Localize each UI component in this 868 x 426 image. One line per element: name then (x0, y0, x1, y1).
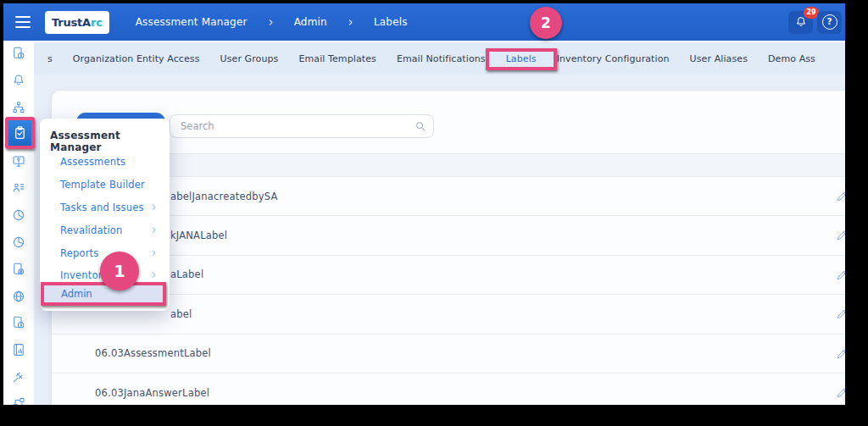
edit-pencil-icon[interactable] (836, 229, 845, 241)
edit-pencil-icon[interactable] (836, 386, 845, 399)
annotation-step-2-badge: 2 (530, 7, 562, 39)
table-row[interactable]: aLabel (52, 256, 845, 295)
tab-email-templates[interactable]: Email Templates (298, 53, 376, 64)
menu-item-admin-highlighted[interactable]: Admin (41, 282, 166, 306)
screen-user-icon[interactable] (11, 154, 26, 169)
clipboard-check-icon (12, 125, 28, 141)
app-window: TrustArc Assessment Manager Admin Labels… (3, 3, 845, 405)
globe-icon[interactable] (11, 289, 26, 304)
table-header-row (52, 153, 845, 177)
submenu-chevron-icon (150, 249, 158, 257)
logo-text-primary: TrustA (52, 16, 91, 29)
edit-pencil-icon[interactable] (836, 307, 845, 320)
tab-truncated[interactable]: s (47, 53, 53, 64)
trustarc-logo[interactable]: TrustArc (45, 11, 109, 34)
file-clock-icon[interactable] (11, 46, 26, 61)
submenu-chevron-icon (150, 203, 158, 211)
labels-card: abelJanacreatedbySA kJANALabel aLabel ab… (52, 91, 845, 405)
tab-organization-entity-access[interactable]: Organization Entity Access (73, 53, 200, 64)
user-directory-icon[interactable] (11, 180, 26, 196)
table-row[interactable]: 06.03AssessmentLabel (52, 335, 845, 373)
sidebar-item-assessment-manager-active[interactable] (5, 117, 35, 149)
label-name: 06.03AssessmentLabel (95, 347, 211, 359)
logo-text-accent: rc (91, 16, 103, 29)
breadcrumb: Assessment Manager Admin Labels (136, 16, 408, 28)
breadcrumb-assessment-manager[interactable]: Assessment Manager (136, 16, 248, 28)
admin-tab-bar: s Organization Entity Access User Groups… (34, 42, 845, 75)
chevron-right-icon (347, 19, 354, 26)
menu-item-label: Reports (60, 247, 99, 259)
submenu-chevron-icon (150, 226, 158, 234)
breadcrumb-admin[interactable]: Admin (294, 16, 327, 28)
tab-demo-assessments[interactable]: Demo Ass (768, 53, 815, 64)
submenu-chevron-icon (150, 271, 158, 279)
label-name: kJANALabel (170, 230, 227, 241)
label-name: abelJanacreatedbySA (170, 191, 277, 202)
edit-pencil-icon[interactable] (836, 190, 845, 202)
gavel-icon[interactable] (11, 369, 26, 385)
table-row[interactable]: kJANALabel (52, 216, 845, 255)
menu-item-tasks-and-issues[interactable]: Tasks and Issues (40, 196, 170, 219)
label-name: aLabel (170, 268, 203, 280)
search-input[interactable] (170, 114, 434, 138)
menu-item-assessments[interactable]: Assessments (40, 150, 170, 173)
pie-chart-icon[interactable] (11, 207, 26, 223)
tab-labels[interactable]: Labels (506, 53, 537, 64)
tab-user-aliases[interactable]: User Aliases (690, 53, 748, 64)
table-row[interactable]: abelJanacreatedbySA (52, 177, 845, 216)
table-row[interactable]: abel (52, 295, 845, 334)
menu-item-label: Admin (61, 288, 92, 300)
question-mark-icon: ? (822, 14, 837, 30)
help-button[interactable]: ? (817, 11, 842, 34)
menu-item-template-builder[interactable]: Template Builder (40, 173, 170, 196)
chevron-right-icon (267, 19, 275, 26)
tab-email-notifications[interactable]: Email Notifications (397, 53, 486, 64)
file-gear-icon[interactable] (11, 262, 26, 277)
tab-labels-label: Labels (506, 53, 537, 64)
hamburger-menu-icon[interactable] (15, 16, 31, 28)
header-actions: 29 ? (788, 11, 842, 34)
node-graph-icon[interactable] (11, 396, 26, 406)
menu-item-label: Revalidation (60, 224, 123, 236)
bell-icon[interactable] (11, 73, 26, 88)
search-box (170, 114, 434, 138)
org-hierarchy-icon[interactable] (11, 100, 26, 115)
edit-pencil-icon[interactable] (836, 268, 845, 281)
label-name: 06.03JanaAnswerLabel (95, 387, 209, 399)
notifications-button[interactable]: 29 (788, 11, 813, 34)
annotation-step-1-badge: 1 (100, 252, 139, 290)
menu-item-label: Tasks and Issues (60, 202, 144, 213)
breadcrumb-labels[interactable]: Labels (374, 16, 408, 28)
tab-user-groups[interactable]: User Groups (220, 53, 279, 64)
pie-chart-alt-icon[interactable] (11, 235, 26, 250)
assessment-manager-menu: Assessment Manager Assessments Template … (40, 119, 170, 311)
tab-inventory-configuration[interactable]: Inventory Configuration (557, 53, 670, 64)
report-book-icon[interactable] (11, 342, 26, 357)
screenshot-frame: TrustArc Assessment Manager Admin Labels… (0, 0, 868, 426)
table-row[interactable]: 06.03JanaAnswerLabel (52, 373, 845, 405)
file-time-icon[interactable] (11, 315, 26, 330)
search-icon (415, 120, 426, 132)
label-name: abel (170, 308, 192, 320)
edit-pencil-icon[interactable] (836, 347, 845, 360)
menu-item-revalidation[interactable]: Revalidation (40, 219, 170, 241)
labels-table: abelJanacreatedbySA kJANALabel aLabel ab… (52, 177, 845, 405)
left-sidebar (3, 42, 35, 405)
top-header-bar: TrustArc Assessment Manager Admin Labels… (3, 3, 845, 41)
